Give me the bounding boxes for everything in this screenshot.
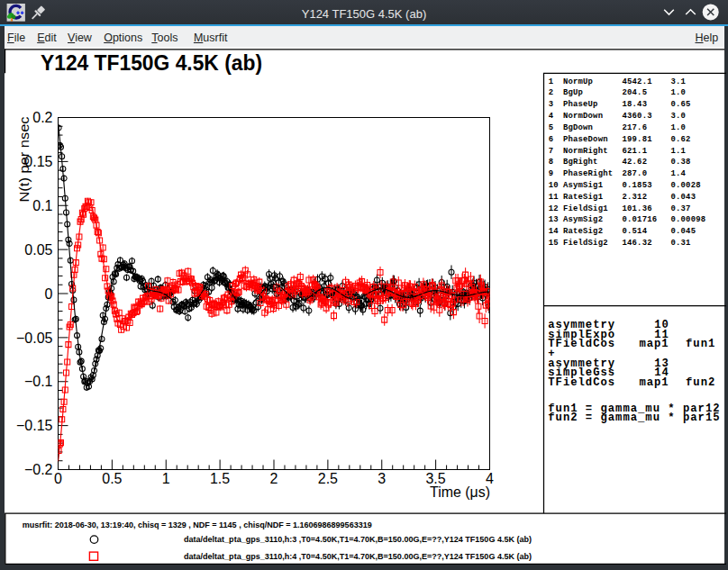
svg-text:10: 10 xyxy=(549,181,559,190)
svg-text:BgRight: BgRight xyxy=(563,158,598,167)
svg-text:0.00098: 0.00098 xyxy=(671,215,706,224)
svg-text:1.0: 1.0 xyxy=(671,123,687,132)
svg-text:PhaseUp: PhaseUp xyxy=(563,100,598,109)
svg-text:204.5: 204.5 xyxy=(623,88,648,97)
svg-text:AsymSig1: AsymSig1 xyxy=(563,181,603,190)
svg-text:0.31: 0.31 xyxy=(671,239,691,248)
svg-text:BgUp: BgUp xyxy=(563,88,583,97)
svg-text:1.1: 1.1 xyxy=(671,147,687,156)
svg-text:1.0: 1.0 xyxy=(671,88,687,97)
svg-text:RateSig2: RateSig2 xyxy=(563,227,603,236)
svg-text:NormDown: NormDown xyxy=(563,112,603,121)
svg-text:0.045: 0.045 xyxy=(671,227,696,236)
svg-text:0.043: 0.043 xyxy=(671,193,696,202)
svg-text:6: 6 xyxy=(549,135,554,144)
svg-text:fun2: fun2 xyxy=(686,376,715,389)
svg-text:15: 15 xyxy=(549,239,559,248)
svg-text:TFieldCos: TFieldCos xyxy=(548,338,615,350)
svg-text:2.312: 2.312 xyxy=(623,193,648,202)
svg-text:4360.3: 4360.3 xyxy=(623,112,652,121)
svg-text:Y124 TF150G 4.5K (ab): Y124 TF150G 4.5K (ab) xyxy=(41,51,262,75)
svg-text:11: 11 xyxy=(549,193,559,202)
svg-text:0.37: 0.37 xyxy=(671,204,691,213)
svg-text:13: 13 xyxy=(549,215,559,224)
svg-text:PhaseDown: PhaseDown xyxy=(563,135,608,144)
svg-text:data/deltat_pta_gps_3110,h:3 ,: data/deltat_pta_gps_3110,h:3 ,T0=4.50K,T… xyxy=(184,535,532,544)
svg-text:0: 0 xyxy=(54,471,62,486)
svg-text:RateSig1: RateSig1 xyxy=(563,193,603,202)
svg-text:1.4: 1.4 xyxy=(671,169,687,178)
svg-text:2.5: 2.5 xyxy=(318,471,338,486)
svg-text:−0.05: −0.05 xyxy=(16,330,53,346)
svg-text:12: 12 xyxy=(549,204,559,213)
svg-text:TFieldCos: TFieldCos xyxy=(548,376,615,389)
svg-text:BgDown: BgDown xyxy=(563,123,593,132)
svg-text:3.0: 3.0 xyxy=(671,112,687,121)
svg-text:0.62: 0.62 xyxy=(671,135,691,144)
svg-text:7: 7 xyxy=(549,147,554,156)
svg-text:3: 3 xyxy=(378,471,386,486)
svg-text:287.0: 287.0 xyxy=(623,169,648,178)
svg-text:18.43: 18.43 xyxy=(623,100,648,109)
svg-text:0.5: 0.5 xyxy=(102,471,122,486)
svg-text:NormUp: NormUp xyxy=(563,77,593,86)
svg-text:2: 2 xyxy=(549,88,554,97)
svg-text:621.1: 621.1 xyxy=(623,147,648,156)
svg-text:3: 3 xyxy=(549,100,554,109)
svg-text:4: 4 xyxy=(549,112,554,121)
svg-text:−0.2: −0.2 xyxy=(24,462,53,477)
svg-text:FieldSig2: FieldSig2 xyxy=(563,239,608,248)
svg-text:8: 8 xyxy=(549,158,554,167)
svg-text:PhaseRight: PhaseRight xyxy=(563,169,613,178)
svg-text:5: 5 xyxy=(549,123,554,132)
svg-text:AsymSig2: AsymSig2 xyxy=(563,215,603,224)
svg-text:0.38: 0.38 xyxy=(671,158,691,167)
svg-text:146.32: 146.32 xyxy=(623,239,652,248)
svg-text:0.2: 0.2 xyxy=(32,110,52,125)
svg-text:map1: map1 xyxy=(639,376,669,389)
svg-text:NormRight: NormRight xyxy=(563,147,608,156)
svg-text:101.36: 101.36 xyxy=(623,204,652,213)
svg-text:musrfit: 2018-06-30, 13:19:40,: musrfit: 2018-06-30, 13:19:40, chisq = 1… xyxy=(23,520,372,529)
svg-text:0: 0 xyxy=(45,286,53,302)
svg-text:217.6: 217.6 xyxy=(623,123,648,132)
svg-text:N(t) per nsec: N(t) per nsec xyxy=(17,117,32,203)
svg-text:199.81: 199.81 xyxy=(623,135,652,144)
svg-text:1.5: 1.5 xyxy=(210,471,230,486)
svg-text:0.65: 0.65 xyxy=(671,100,691,109)
svg-text:0.514: 0.514 xyxy=(623,227,648,236)
svg-text:2: 2 xyxy=(270,471,278,486)
svg-text:0.0028: 0.0028 xyxy=(671,181,701,190)
svg-text:4542.1: 4542.1 xyxy=(623,77,652,86)
svg-text:0.1853: 0.1853 xyxy=(623,181,652,190)
svg-text:14: 14 xyxy=(549,227,560,236)
svg-text:−0.15: −0.15 xyxy=(16,418,53,433)
svg-text:0.1: 0.1 xyxy=(32,198,52,213)
svg-text:42.62: 42.62 xyxy=(623,158,648,167)
svg-text:−0.1: −0.1 xyxy=(24,374,53,389)
svg-text:0.01716: 0.01716 xyxy=(623,215,658,224)
svg-text:FieldSig1: FieldSig1 xyxy=(563,204,608,213)
svg-text:1: 1 xyxy=(549,77,554,86)
svg-text:data/deltat_pta_gps_3110,h:4 ,: data/deltat_pta_gps_3110,h:4 ,T0=4.50K,T… xyxy=(184,552,532,561)
svg-text:0.05: 0.05 xyxy=(24,242,52,258)
svg-text:fun2 = gamma_mu * par15: fun2 = gamma_mu * par15 xyxy=(548,412,720,424)
svg-text:Time (μs): Time (μs) xyxy=(430,484,490,500)
svg-text:9: 9 xyxy=(549,169,554,178)
svg-text:fun1: fun1 xyxy=(686,338,715,350)
svg-text:1: 1 xyxy=(162,471,170,486)
svg-text:3.1: 3.1 xyxy=(671,77,687,86)
svg-text:map1: map1 xyxy=(639,338,669,350)
